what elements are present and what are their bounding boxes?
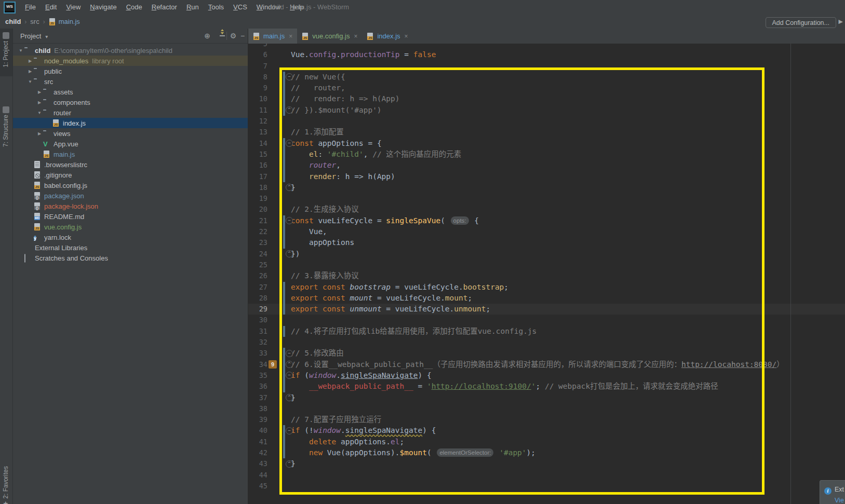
tree-item-Scratches and Consoles[interactable]: Scratches and Consoles	[13, 253, 248, 263]
tree-item-README.md[interactable]: MDREADME.md	[13, 211, 248, 222]
run-icon[interactable]: ▶	[839, 18, 843, 25]
tree-item-router[interactable]: ▼router	[13, 107, 248, 118]
tree-item-.gitignore[interactable]: .gitignore	[13, 170, 248, 180]
tree-item-package.json[interactable]: {}package.json	[13, 190, 248, 201]
js-icon: JS	[43, 151, 50, 158]
line-number: 37	[248, 392, 267, 403]
menu-file[interactable]: File	[20, 0, 41, 15]
line-number: 39	[248, 414, 267, 425]
json-icon: {}	[34, 202, 41, 210]
tree-item-child[interactable]: ▼childE:\companyItem\0-other\singlespa\c…	[13, 45, 248, 56]
code-text: Vue.config.productionTip = false	[291, 49, 436, 60]
js-icon: JS	[253, 33, 260, 40]
editor-tab-main.js[interactable]: JSmain.js×	[248, 29, 297, 44]
chevron-down-icon: ▾	[44, 34, 48, 39]
tab-label: index.js	[377, 32, 400, 40]
menu-vcs[interactable]: VCS	[229, 0, 252, 15]
tree-item-package-lock.json[interactable]: {}package-lock.json	[13, 201, 248, 211]
code-line-6: 6Vue.config.productionTip = false	[248, 49, 845, 60]
line-number: 8	[248, 72, 267, 83]
line-number: 14	[248, 138, 267, 149]
tree-item-yarn.lock[interactable]: yyarn.lock	[13, 232, 248, 242]
tree-item-External Libraries[interactable]: External Libraries	[13, 242, 248, 253]
collapse-arrow-icon[interactable]: ▼	[36, 111, 43, 115]
add-configuration-button[interactable]: Add Configuration...	[766, 17, 837, 28]
close-icon[interactable]: ×	[354, 33, 357, 40]
js-icon: JS	[34, 182, 41, 189]
structure-tool-icon[interactable]	[3, 106, 9, 113]
line-number: 41	[248, 437, 267, 447]
line-number: 35	[248, 370, 267, 381]
close-icon[interactable]: ×	[289, 33, 292, 40]
expand-arrow-icon[interactable]: ▶	[36, 131, 43, 136]
menu-tools[interactable]: Tools	[204, 0, 229, 15]
line-number: 26	[248, 270, 267, 281]
menu-edit[interactable]: Edit	[41, 0, 61, 15]
stripe-structure-button[interactable]: 7: Structure	[2, 115, 9, 147]
tree-item-views[interactable]: ▶views	[13, 128, 248, 139]
collapse-arrow-icon[interactable]: ▼	[17, 48, 24, 53]
menu-code[interactable]: Code	[122, 0, 147, 15]
line-number: 21	[248, 215, 267, 226]
code-line-5: 5	[248, 44, 845, 49]
tree-item-label: index.js	[63, 119, 86, 127]
notification-link[interactable]: Vie	[835, 497, 845, 504]
line-number: 23	[248, 237, 267, 248]
tree-item-index.js[interactable]: JSindex.js	[13, 118, 248, 128]
line-number: 9	[248, 83, 267, 93]
tree-item-components[interactable]: ▶components	[13, 97, 248, 107]
folder-icon	[43, 109, 50, 116]
stripe-project-button[interactable]: 1: Project	[2, 41, 9, 67]
tree-item-main.js[interactable]: JSmain.js	[13, 149, 248, 159]
tree-item-label: babel.config.js	[44, 182, 87, 189]
project-panel-header: Project ▾ ⊕ ⚙ −	[13, 29, 248, 44]
project-tool-icon[interactable]	[3, 32, 9, 39]
menu-view[interactable]: View	[61, 0, 85, 15]
line-number: 5	[248, 44, 267, 49]
tree-item-babel.config.js[interactable]: JSbabel.config.js	[13, 180, 248, 190]
breadcrumb-item-child[interactable]: child	[5, 18, 21, 25]
expand-arrow-icon[interactable]: ▶	[26, 69, 34, 74]
tree-item-label: yarn.lock	[44, 234, 71, 241]
hide-panel-icon[interactable]: −	[238, 32, 247, 40]
favorites-star-icon[interactable]: ★	[3, 500, 9, 504]
editor-tab-index.js[interactable]: JSindex.js×	[362, 29, 412, 44]
tree-item-.browserslistrc[interactable]: .browserslistrc	[13, 159, 248, 170]
annotation-rectangle	[279, 67, 764, 495]
tree-item-App.vue[interactable]: VApp.vue	[13, 139, 248, 149]
menu-refactor[interactable]: Refactor	[147, 0, 182, 15]
gear-icon[interactable]: ⚙	[229, 32, 237, 40]
close-icon[interactable]: ×	[405, 33, 408, 40]
line-number: 6	[248, 49, 267, 60]
expand-arrow-icon[interactable]: ▶	[26, 59, 34, 63]
tree-item-node_modules[interactable]: ▶node_moduleslibrary root	[13, 56, 248, 66]
expand-arrow-icon[interactable]: ▶	[36, 90, 43, 94]
tree-item-vue.config.js[interactable]: JSvue.config.js	[13, 222, 248, 232]
menu-navigate[interactable]: Navigate	[85, 0, 121, 15]
breadcrumb-item-main.js[interactable]: main.js	[59, 18, 80, 25]
locate-file-icon[interactable]: ⊕	[203, 32, 211, 40]
expand-arrow-icon[interactable]: ▶	[36, 100, 43, 105]
tool-window-stripe: 1: Project 7: Structure 2: Favorites ★ n…	[0, 29, 13, 504]
tree-item-public[interactable]: ▶public	[13, 66, 248, 76]
collapse-arrow-icon[interactable]: ▼	[26, 79, 34, 84]
editor-tab-vue.config.js[interactable]: JSvue.config.js×	[297, 29, 362, 44]
libs-icon	[24, 244, 32, 251]
menu-bar: WS FileEditViewNavigateCodeRefactorRunTo…	[0, 0, 845, 15]
project-panel-title[interactable]: Project ▾	[20, 32, 48, 40]
line-number: 13	[248, 127, 267, 138]
tree-item-src[interactable]: ▼src	[13, 76, 248, 87]
line-number: 24	[248, 249, 267, 260]
tree-item-label: node_modules	[44, 57, 88, 65]
info-icon: i	[824, 487, 831, 495]
stripe-favorites-button[interactable]: 2: Favorites	[2, 466, 9, 499]
tree-item-assets[interactable]: ▶assets	[13, 87, 248, 97]
git-icon	[34, 171, 41, 179]
breadcrumb-item-src[interactable]: src	[30, 18, 39, 25]
tree-item-label: .browserslistrc	[44, 161, 87, 169]
tree-item-label: vue.config.js	[44, 223, 82, 231]
tree-item-label: package.json	[44, 192, 84, 200]
js-icon: JS	[34, 223, 41, 230]
menu-run[interactable]: Run	[182, 0, 204, 15]
js-icon: JS	[52, 119, 60, 127]
